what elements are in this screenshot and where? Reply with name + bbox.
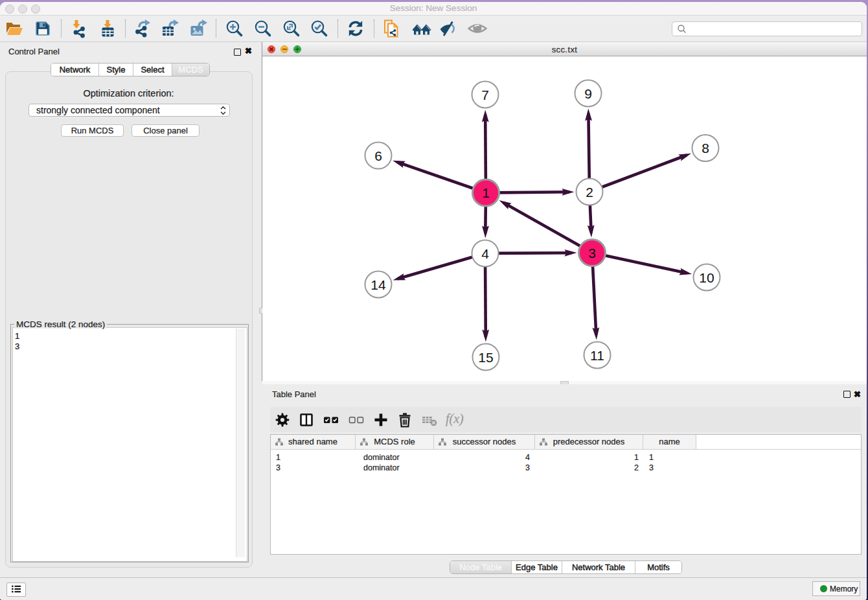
svg-text:15: 15 (478, 350, 493, 365)
svg-text:3: 3 (588, 246, 596, 260)
svg-text:14: 14 (371, 277, 386, 292)
svg-text:11: 11 (590, 348, 604, 363)
svg-text:9: 9 (584, 86, 592, 101)
svg-text:6: 6 (374, 148, 382, 163)
svg-text:10: 10 (699, 270, 714, 285)
svg-text:2: 2 (586, 185, 593, 200)
svg-text:7: 7 (481, 87, 489, 102)
svg-text:1: 1 (482, 185, 490, 200)
svg-text:4: 4 (481, 246, 489, 261)
svg-text:8: 8 (702, 141, 709, 156)
